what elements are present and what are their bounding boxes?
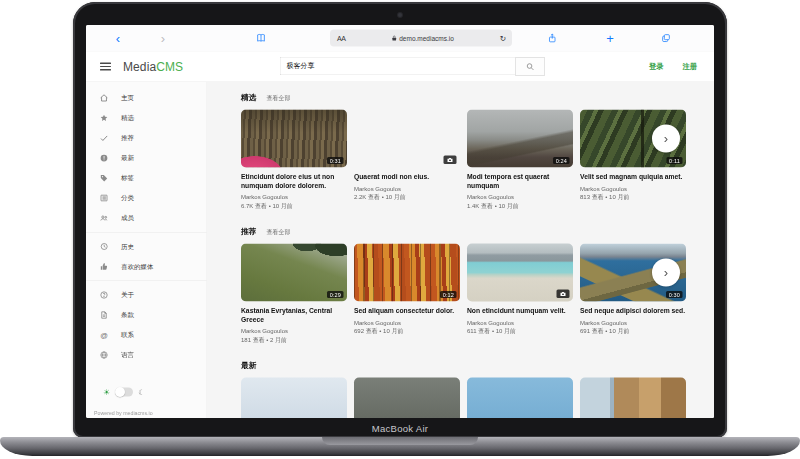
video-card[interactable]: Non etincidunt numquam velit. Markos Gog… xyxy=(467,244,573,345)
help-icon xyxy=(99,290,109,300)
login-link[interactable]: 登录 xyxy=(649,62,664,72)
menu-button[interactable] xyxy=(100,61,111,73)
sidebar-item-recommended[interactable]: 推荐 xyxy=(86,128,207,148)
sidebar-item-contact[interactable]: @ 联系 xyxy=(86,325,207,345)
share-button[interactable] xyxy=(542,25,562,51)
device-label: MacBook Air xyxy=(372,423,429,434)
video-title[interactable]: Etincidunt dolore eius ut non numquam do… xyxy=(241,173,347,190)
next-arrow-button[interactable]: › xyxy=(652,125,680,153)
video-title[interactable]: Sed neque adipisci dolorem sed. xyxy=(580,307,686,316)
sidebar-item-label: 联系 xyxy=(121,331,134,340)
url-bar[interactable]: AA demo.mediacms.io ↻ xyxy=(330,30,512,47)
sidebar-item-members[interactable]: 成员 xyxy=(86,208,207,228)
theme-toggle[interactable] xyxy=(115,387,133,396)
moon-icon: ☾ xyxy=(138,387,145,396)
video-title[interactable]: Velit sed magnam quiquia amet. xyxy=(580,173,686,182)
sidebar-item-label: 推荐 xyxy=(121,134,134,143)
powered-by-link[interactable]: Powered by mediacms.io xyxy=(86,410,207,418)
sidebar-item-label: 语言 xyxy=(121,351,134,360)
star-icon xyxy=(99,113,109,123)
video-author[interactable]: Markos Gogoulos xyxy=(467,319,573,326)
sidebar-item-categories[interactable]: 分类 xyxy=(86,188,207,208)
search-button[interactable] xyxy=(516,57,545,76)
video-thumbnail[interactable]: 0:31 xyxy=(241,110,347,168)
webcam-dot xyxy=(398,13,402,17)
sun-icon: ☀ xyxy=(103,387,110,397)
video-title[interactable]: Modi tempora est quaerat numquam xyxy=(467,173,573,190)
sidebar-item-terms[interactable]: 条款 xyxy=(86,305,207,325)
duration-badge: 0:12 xyxy=(440,291,456,298)
site-logo[interactable]: MediaCMS xyxy=(123,60,183,74)
video-card[interactable] xyxy=(580,378,686,419)
sidebar-item-about[interactable]: 关于 xyxy=(86,285,207,305)
sidebar-item-label: 分类 xyxy=(121,194,134,203)
section-recommended: 推荐 查看全部 0:29 Kastania Evrytanias, Centra… xyxy=(241,226,714,344)
video-card[interactable] xyxy=(241,378,347,419)
video-card[interactable]: 0:24 Modi tempora est quaerat numquam Ma… xyxy=(467,110,573,211)
video-thumbnail[interactable] xyxy=(241,378,347,419)
register-link[interactable]: 注册 xyxy=(683,62,698,72)
video-thumbnail[interactable]: 0:24 xyxy=(467,110,573,168)
video-card[interactable] xyxy=(467,378,573,419)
video-meta: 181 查看 • 2 月前 xyxy=(241,336,347,345)
sidebar-item-liked-media[interactable]: 喜欢的媒体 xyxy=(86,257,207,277)
video-thumbnail[interactable]: 0:29 xyxy=(241,244,347,302)
sidebar-item-tags[interactable]: 标签 xyxy=(86,168,207,188)
sidebar-divider xyxy=(86,232,207,233)
camera-icon xyxy=(444,156,457,165)
sidebar-item-label: 关于 xyxy=(121,291,134,300)
sidebar: 主页 精选 推荐 最新 xyxy=(86,82,207,418)
video-thumbnail[interactable] xyxy=(580,378,686,419)
video-card[interactable]: 0:12 Sed aliquam consectetur dolor. Mark… xyxy=(354,244,460,345)
video-card[interactable]: Quaerat modi non eius. Markos Gogoulos 2… xyxy=(354,110,460,211)
back-button[interactable]: ‹ xyxy=(108,25,128,51)
sidebar-item-language[interactable]: 语言 xyxy=(86,345,207,365)
video-author[interactable]: Markos Gogoulos xyxy=(354,185,460,192)
video-thumbnail[interactable] xyxy=(354,110,460,168)
sidebar-item-history[interactable]: 历史 xyxy=(86,237,207,257)
view-all-link[interactable]: 查看全部 xyxy=(267,94,291,103)
sidebar-item-label: 喜欢的媒体 xyxy=(121,262,154,271)
macbook-lid: ‹ › AA demo.mediacms.io xyxy=(73,2,727,438)
tabs-button[interactable] xyxy=(656,25,676,51)
view-all-link[interactable]: 查看全部 xyxy=(267,228,291,237)
video-author[interactable]: Markos Gogoulos xyxy=(580,185,686,192)
sidebar-item-featured[interactable]: 精选 xyxy=(86,108,207,128)
video-thumbnail[interactable] xyxy=(354,378,460,419)
new-tab-button[interactable]: + xyxy=(600,25,620,51)
reader-button[interactable]: AA xyxy=(337,34,345,42)
forward-button[interactable]: › xyxy=(153,25,173,51)
video-title[interactable]: Kastania Evrytanias, Central Greece xyxy=(241,307,347,324)
video-author[interactable]: Markos Gogoulos xyxy=(467,194,573,201)
document-icon xyxy=(99,310,109,320)
video-title[interactable]: Sed aliquam consectetur dolor. xyxy=(354,307,460,316)
next-arrow-button[interactable]: › xyxy=(652,259,680,287)
refresh-icon[interactable]: ↻ xyxy=(500,34,506,43)
section-featured: 精选 查看全部 0:31 Etincidunt dolore eius ut n… xyxy=(241,92,714,210)
duration-badge: 0:11 xyxy=(667,157,683,164)
video-thumbnail[interactable] xyxy=(467,378,573,419)
video-meta: 611 查看 • 10 月前 xyxy=(467,327,573,336)
video-card[interactable]: 0:29 Kastania Evrytanias, Central Greece… xyxy=(241,244,347,345)
video-thumbnail[interactable] xyxy=(467,244,573,302)
video-thumbnail[interactable]: 0:12 xyxy=(354,244,460,302)
video-author[interactable]: Markos Gogoulos xyxy=(580,319,686,326)
video-title[interactable]: Quaerat modi non eius. xyxy=(354,173,460,182)
video-author[interactable]: Markos Gogoulos xyxy=(241,328,347,335)
video-card[interactable] xyxy=(354,378,460,419)
camera-icon xyxy=(557,290,570,299)
video-card[interactable]: 0:31 Etincidunt dolore eius ut non numqu… xyxy=(241,110,347,211)
video-author[interactable]: Markos Gogoulos xyxy=(354,319,460,326)
video-title[interactable]: Non etincidunt numquam velit. xyxy=(467,307,573,316)
video-author[interactable]: Markos Gogoulos xyxy=(241,194,347,201)
sidebar-item-label: 精选 xyxy=(121,114,134,123)
at-icon: @ xyxy=(99,330,109,340)
video-meta: 2.2K 查看 • 10 月前 xyxy=(354,193,460,202)
sidebar-item-home[interactable]: 主页 xyxy=(86,88,207,108)
back-icon: ‹ xyxy=(116,32,120,45)
bookmarks-button[interactable] xyxy=(251,25,271,51)
sidebar-item-latest[interactable]: 最新 xyxy=(86,148,207,168)
search-input[interactable] xyxy=(280,57,516,75)
list-icon xyxy=(99,193,109,203)
logo-media: Media xyxy=(123,60,156,74)
